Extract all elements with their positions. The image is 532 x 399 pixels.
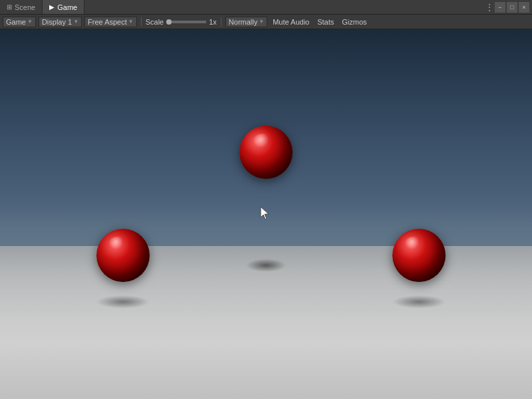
- maximize-button[interactable]: □: [507, 2, 517, 13]
- tab-game-label: Game: [57, 3, 77, 11]
- game-viewport[interactable]: [0, 29, 532, 399]
- ball-left: [96, 229, 150, 282]
- toolbar: Game ▼ Display 1 ▼ Free Aspect ▼ Scale 1…: [0, 15, 532, 29]
- separator-1: [141, 17, 142, 27]
- tab-bar: ⊞ Scene ▶ Game ⋮ − □ ×: [0, 0, 532, 15]
- gizmos-button[interactable]: Gizmos: [339, 18, 369, 26]
- scale-slider[interactable]: [166, 21, 206, 23]
- tab-scene-label: Scene: [15, 3, 35, 11]
- scale-label: Scale: [146, 18, 164, 26]
- unity-editor-window: ⊞ Scene ▶ Game ⋮ − □ × Game ▼ Display 1 …: [0, 0, 532, 399]
- display-dropdown[interactable]: Display 1 ▼: [39, 17, 82, 27]
- scale-group: Scale 1x: [146, 18, 217, 26]
- aspect-dropdown-label: Free Aspect: [88, 18, 127, 26]
- close-button[interactable]: ×: [519, 2, 529, 13]
- scene-icon: ⊞: [7, 3, 12, 11]
- display-dropdown-arrow: ▼: [73, 19, 78, 25]
- tab-scene[interactable]: ⊞ Scene: [0, 0, 43, 14]
- ball-center: [239, 126, 293, 179]
- shadow-right-ball: [392, 295, 446, 309]
- scale-value: 1x: [209, 18, 217, 26]
- normally-dropdown-label: Normally: [229, 18, 257, 26]
- mute-audio-button[interactable]: Mute Audio: [270, 18, 312, 26]
- tab-game[interactable]: ▶ Game: [43, 0, 84, 14]
- shadow-left-ball: [96, 295, 150, 309]
- normally-dropdown[interactable]: Normally ▼: [225, 17, 267, 27]
- shadow-center-ball: [246, 259, 286, 272]
- game-icon: ▶: [49, 3, 55, 11]
- aspect-dropdown[interactable]: Free Aspect ▼: [84, 17, 137, 27]
- display-dropdown-label: Display 1: [42, 18, 72, 26]
- normally-dropdown-arrow: ▼: [259, 19, 264, 25]
- stats-button[interactable]: Stats: [315, 18, 336, 26]
- separator-2: [221, 17, 221, 27]
- ball-right-highlight: [404, 237, 423, 251]
- aspect-dropdown-arrow: ▼: [128, 19, 134, 25]
- game-dropdown-arrow: ▼: [27, 19, 33, 25]
- ball-right: [392, 229, 446, 282]
- more-options-icon[interactable]: ⋮: [485, 3, 493, 12]
- game-dropdown[interactable]: Game ▼: [3, 17, 36, 27]
- game-dropdown-label: Game: [6, 18, 26, 26]
- minimize-button[interactable]: −: [495, 2, 505, 13]
- window-controls: ⋮ − □ ×: [485, 2, 532, 13]
- ball-center-highlight: [253, 134, 273, 150]
- ball-left-highlight: [108, 237, 127, 251]
